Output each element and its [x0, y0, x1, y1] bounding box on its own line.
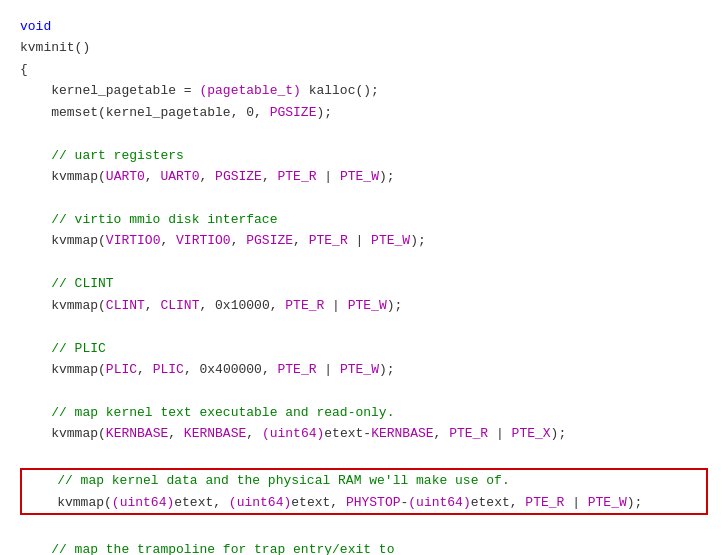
empty-line: [20, 188, 708, 209]
code-line: {: [20, 59, 708, 80]
empty-line: [20, 316, 708, 337]
highlighted-block: // map kernel data and the physical RAM …: [20, 468, 708, 515]
code-line: kvminit(): [20, 37, 708, 58]
code-line-comment: // CLINT: [20, 273, 708, 294]
code-line: memset(kernel_pagetable, 0, PGSIZE);: [20, 102, 708, 123]
empty-line: [20, 252, 708, 273]
empty-line: [20, 517, 708, 538]
code-line: kvmmap(CLINT, CLINT, 0x10000, PTE_R | PT…: [20, 295, 708, 316]
code-line-comment: // uart registers: [20, 145, 708, 166]
code-line-comment: // virtio mmio disk interface: [20, 209, 708, 230]
code-line-comment: // map kernel text executable and read-o…: [20, 402, 708, 423]
code-line-comment: // PLIC: [20, 338, 708, 359]
code-line: kvmmap(KERNBASE, KERNBASE, (uint64)etext…: [20, 423, 708, 444]
code-block: void kvminit() { kernel_pagetable = (pag…: [0, 0, 728, 555]
empty-line: [20, 123, 708, 144]
code-line-comment: // map kernel data and the physical RAM …: [26, 470, 702, 491]
code-line: kvmmap((uint64)etext, (uint64)etext, PHY…: [26, 492, 702, 513]
code-line-comment: // map the trampoline for trap entry/exi…: [20, 539, 708, 556]
empty-line: [20, 445, 708, 466]
code-line: kvmmap(VIRTIO0, VIRTIO0, PGSIZE, PTE_R |…: [20, 230, 708, 251]
code-line: kernel_pagetable = (pagetable_t) kalloc(…: [20, 80, 708, 101]
code-line: kvmmap(PLIC, PLIC, 0x400000, PTE_R | PTE…: [20, 359, 708, 380]
empty-line: [20, 380, 708, 401]
code-line: void: [20, 16, 708, 37]
code-line: kvmmap(UART0, UART0, PGSIZE, PTE_R | PTE…: [20, 166, 708, 187]
keyword-void: void: [20, 19, 51, 34]
